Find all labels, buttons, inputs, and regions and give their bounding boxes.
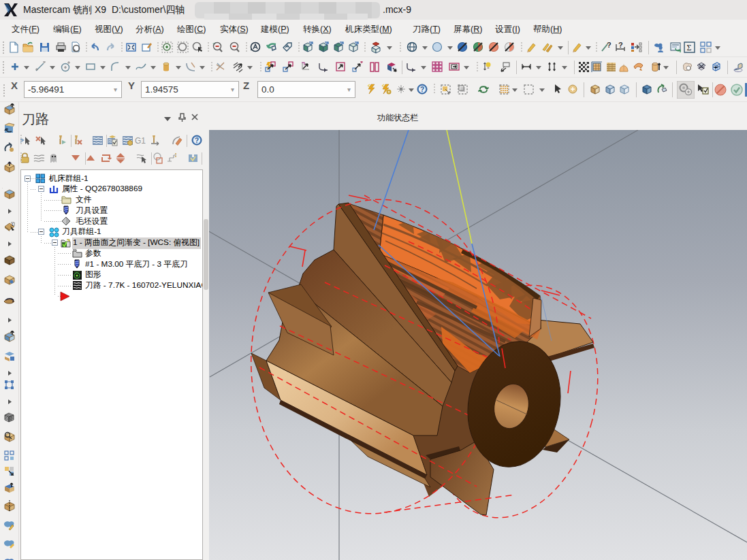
svg-text:?: ?: [618, 42, 623, 49]
svg-text:?: ?: [607, 42, 611, 49]
svg-text:Σ: Σ: [687, 43, 692, 52]
svg-text:?: ?: [420, 86, 424, 93]
